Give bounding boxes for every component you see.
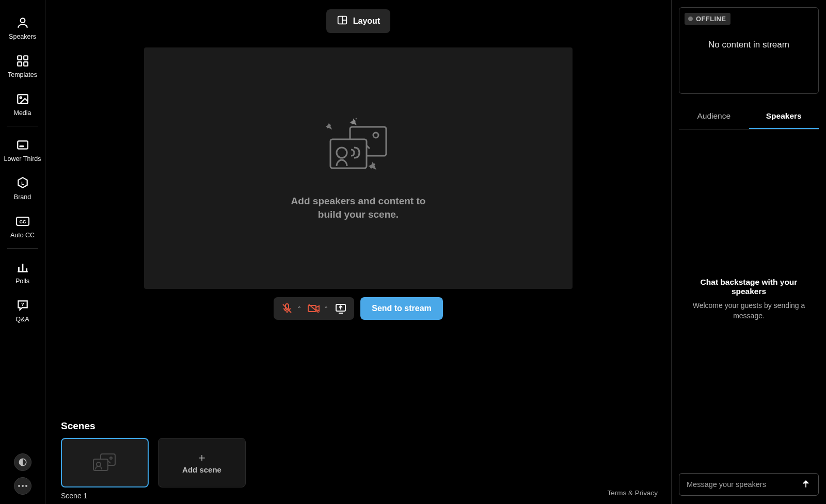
- chat-empty-state: Chat backstage with your speakers Welcom…: [679, 129, 819, 469]
- polls-icon: [15, 260, 30, 274]
- svg-rect-7: [18, 141, 28, 149]
- chat-empty-subtitle: Welcome your guests by sending a message…: [692, 300, 806, 321]
- sidebar-item-label: Q&A: [15, 316, 29, 323]
- qa-icon: ?: [15, 298, 30, 313]
- camera-toggle-button[interactable]: [304, 298, 324, 319]
- plus-icon: ＋: [196, 452, 208, 463]
- sidebar-item-label: Media: [13, 109, 31, 117]
- svg-rect-3: [18, 62, 22, 66]
- tab-audience[interactable]: Audience: [679, 103, 749, 129]
- svg-point-28: [110, 457, 112, 459]
- svg-text:L: L: [21, 181, 24, 186]
- media-icon: [15, 92, 30, 106]
- svg-point-17: [356, 118, 357, 119]
- send-to-stream-label: Send to stream: [372, 304, 432, 313]
- stage-preview: Add speakers and content to build your s…: [144, 47, 573, 289]
- status-badge: OFFLINE: [685, 13, 730, 25]
- svg-rect-2: [24, 56, 28, 60]
- scenes-title: Scenes: [61, 420, 658, 432]
- status-dot: [688, 17, 693, 21]
- control-group: ⌃ ⌃: [274, 297, 354, 320]
- sidebar-item-lower-thirds[interactable]: Lower Thirds: [0, 132, 45, 170]
- more-options-button[interactable]: [14, 477, 31, 495]
- stage-empty-message: Add speakers and content to build your s…: [281, 194, 436, 221]
- right-panel: OFFLINE No content in stream Audience Sp…: [671, 0, 826, 504]
- left-sidebar: Speakers Templates Media Lower Thirds L: [0, 0, 45, 504]
- sidebar-item-auto-cc[interactable]: CC Auto CC: [0, 208, 45, 246]
- svg-point-0: [20, 18, 25, 23]
- sidebar-item-label: Lower Thirds: [4, 155, 41, 162]
- media-controls: ⌃ ⌃ Send to stream: [274, 297, 443, 320]
- sidebar-item-label: Brand: [14, 193, 31, 201]
- sidebar-item-media[interactable]: Media: [0, 86, 45, 124]
- sidebar-item-label: Speakers: [9, 33, 36, 40]
- speaker-icon: [15, 15, 30, 30]
- divider: [7, 126, 38, 126]
- chat-tabs: Audience Speakers: [679, 103, 819, 129]
- tab-speakers[interactable]: Speakers: [749, 103, 819, 129]
- sidebar-item-qa[interactable]: ? Q&A: [0, 292, 45, 330]
- templates-icon: [15, 54, 30, 68]
- svg-rect-20: [330, 139, 367, 168]
- terms-privacy-link[interactable]: Terms & Privacy: [607, 489, 658, 497]
- lower-thirds-icon: [15, 138, 30, 152]
- empty-stage-graphic: [322, 116, 394, 184]
- add-scene-label: Add scene: [182, 465, 221, 474]
- svg-rect-24: [308, 305, 316, 312]
- svg-text:CC: CC: [19, 219, 26, 224]
- layout-button[interactable]: Layout: [326, 9, 390, 33]
- more-icon: [18, 485, 27, 487]
- svg-rect-8: [19, 145, 24, 147]
- layout-button-label: Layout: [353, 17, 380, 26]
- layout-icon: [337, 14, 348, 28]
- sidebar-item-polls[interactable]: Polls: [0, 254, 45, 292]
- send-message-button[interactable]: [799, 477, 813, 493]
- chat-empty-title: Chat backstage with your speakers: [682, 278, 816, 296]
- send-to-stream-button[interactable]: Send to stream: [360, 297, 443, 320]
- sidebar-item-label: Templates: [8, 71, 37, 78]
- scene-card[interactable]: [61, 438, 149, 487]
- sidebar-item-label: Polls: [15, 278, 29, 285]
- sidebar-item-label: Auto CC: [10, 232, 35, 239]
- theme-toggle-button[interactable]: [14, 453, 31, 471]
- screen-share-button[interactable]: [330, 298, 351, 319]
- brand-icon: L: [15, 176, 30, 190]
- sidebar-item-templates[interactable]: Templates: [0, 47, 45, 86]
- chat-input-row: [679, 473, 819, 496]
- chat-input[interactable]: [687, 480, 799, 489]
- svg-rect-4: [24, 62, 28, 66]
- svg-rect-1: [18, 56, 22, 60]
- divider: [7, 248, 38, 249]
- svg-point-19: [373, 133, 378, 138]
- sidebar-item-brand[interactable]: L Brand: [0, 170, 45, 208]
- scene-thumb-icon: [89, 450, 120, 476]
- sidebar-item-speakers[interactable]: Speakers: [0, 9, 45, 47]
- main-area: Layout: [45, 0, 671, 504]
- svg-point-6: [20, 97, 21, 99]
- scene-label: Scene 1: [61, 492, 149, 500]
- status-text: OFFLINE: [696, 15, 726, 23]
- svg-text:?: ?: [21, 301, 24, 307]
- add-scene-button[interactable]: ＋ Add scene: [158, 438, 246, 487]
- mic-toggle-button[interactable]: [277, 298, 297, 319]
- cc-icon: CC: [15, 214, 30, 229]
- stream-preview: OFFLINE No content in stream: [679, 7, 819, 94]
- preview-empty-message: No content in stream: [708, 40, 789, 50]
- scenes-panel: Scenes: [59, 420, 658, 504]
